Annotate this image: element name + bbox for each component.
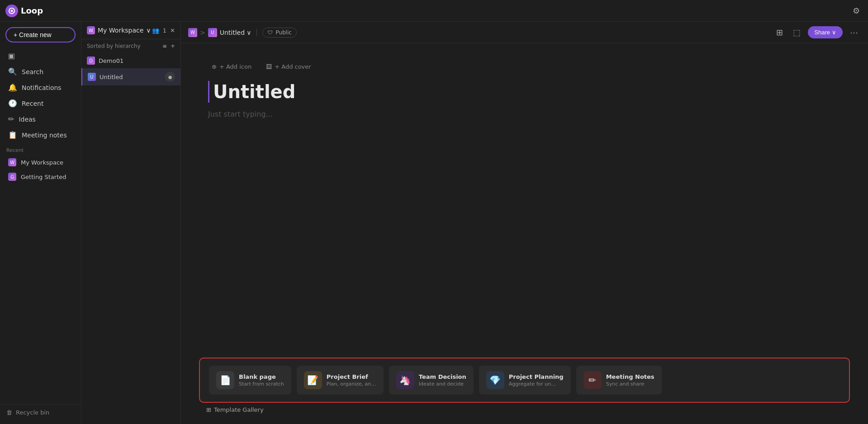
workspace-panel: W My Workspace ∨ 👥 1 ✕ Sorted by hierarc… bbox=[81, 22, 181, 424]
meeting-notes-icon: 📋 bbox=[8, 131, 17, 139]
add-icon-button[interactable]: ⊕ + Add icon bbox=[208, 61, 255, 72]
project-planning-name: Project Planning bbox=[509, 373, 564, 380]
blank-page-icon: 📄 bbox=[216, 371, 234, 389]
add-item-icon[interactable]: + bbox=[171, 43, 175, 49]
main-area: + Create new ▣ 🔍 Search 🔔 Notifications … bbox=[0, 22, 868, 424]
create-new-label: + Create new bbox=[14, 31, 52, 38]
template-card-meeting-notes[interactable]: ✏️ Meeting Notes Sync and share bbox=[576, 366, 662, 395]
team-decision-desc: Ideate and decide bbox=[419, 381, 466, 387]
breadcrumb-chevron: ∨ bbox=[247, 29, 251, 36]
breadcrumb-divider bbox=[256, 29, 257, 36]
untitled-item-icon: U bbox=[88, 73, 96, 81]
editor-placeholder[interactable]: Just start typing... bbox=[208, 110, 841, 118]
editor-actions: ⊕ + Add icon 🖼 + Add cover bbox=[208, 61, 841, 72]
add-icon-plus: ⊕ bbox=[212, 63, 217, 70]
sidebar-recent-getting-started[interactable]: G Getting Started bbox=[2, 170, 79, 184]
demo01-label: Demo01 bbox=[99, 57, 123, 64]
add-icon-label: + Add icon bbox=[219, 63, 251, 70]
settings-button[interactable]: ⚙ bbox=[850, 4, 863, 18]
recent-icon: 🕐 bbox=[8, 99, 17, 108]
template-card-blank[interactable]: 📄 Blank page Start from scratch bbox=[209, 366, 291, 395]
getting-started-icon: G bbox=[8, 173, 16, 181]
sidebar-item-search[interactable]: 🔍 Search bbox=[2, 64, 79, 80]
template-card-team-decision[interactable]: 🦄 Team Decision Ideate and decide bbox=[389, 366, 474, 395]
workspace-item-demo01[interactable]: D Demo01 bbox=[81, 53, 180, 68]
workspace-item-untitled[interactable]: U Untitled ● bbox=[81, 68, 180, 85]
app-logo[interactable]: Loop bbox=[5, 5, 43, 17]
blank-page-desc: Start from scratch bbox=[239, 381, 284, 387]
members-icon[interactable]: 👥 bbox=[152, 27, 159, 34]
template-strip-wrapper: 📄 Blank page Start from scratch 📝 Projec… bbox=[181, 358, 868, 424]
breadcrumb-separator: > bbox=[200, 29, 205, 36]
template-gallery-link[interactable]: ⊞ Template Gallery bbox=[199, 403, 850, 417]
more-options-button[interactable]: ⋯ bbox=[847, 26, 861, 39]
collapse-icon: ▣ bbox=[8, 52, 15, 60]
recent-section-label: Recent bbox=[0, 143, 81, 155]
editor-title[interactable]: Untitled bbox=[208, 81, 841, 103]
workspace-sort-bar: Sorted by hierarchy ≡ + bbox=[81, 39, 180, 53]
top-bar-right: ⚙ bbox=[850, 4, 863, 18]
untitled-item-label: Untitled bbox=[100, 74, 123, 80]
share-chevron: ∨ bbox=[832, 29, 836, 36]
sidebar-item-meeting-notes[interactable]: 📋 Meeting notes bbox=[2, 127, 79, 143]
recycle-bin-label: Recycle bin bbox=[16, 409, 49, 416]
svg-point-1 bbox=[11, 9, 13, 12]
left-sidebar: + Create new ▣ 🔍 Search 🔔 Notifications … bbox=[0, 22, 81, 424]
template-gallery-icon: ⊞ bbox=[206, 406, 211, 413]
ideas-icon: ✏ bbox=[8, 115, 14, 123]
close-panel-icon[interactable]: ✕ bbox=[170, 27, 175, 34]
recycle-bin[interactable]: 🗑 Recycle bin bbox=[0, 404, 81, 420]
sidebar-item-collapse[interactable]: ▣ bbox=[2, 48, 79, 64]
meeting-notes-label: Meeting notes bbox=[22, 132, 67, 139]
add-cover-button[interactable]: 🖼 + Add cover bbox=[262, 61, 314, 72]
recycle-bin-icon: 🗑 bbox=[6, 409, 12, 416]
breadcrumb-workspace-icon: W bbox=[188, 28, 197, 37]
visibility-label: Public bbox=[275, 29, 292, 36]
editor-area: W > U Untitled ∨ 🛡 Public ⊞ ⬚ Share ∨ bbox=[181, 22, 868, 424]
workspace-header: W My Workspace ∨ 👥 1 ✕ bbox=[81, 22, 180, 39]
sidebar-item-ideas[interactable]: ✏ Ideas bbox=[2, 111, 79, 127]
meeting-notes-template-info: Meeting Notes Sync and share bbox=[606, 373, 655, 387]
sidebar-item-notifications[interactable]: 🔔 Notifications bbox=[2, 80, 79, 95]
workspace-header-icon: W bbox=[87, 26, 95, 34]
project-brief-desc: Plan, organize, and t... bbox=[327, 381, 376, 387]
top-bar-left: Loop bbox=[5, 5, 43, 17]
share-button[interactable]: Share ∨ bbox=[808, 26, 843, 38]
team-decision-icon: 🦄 bbox=[396, 371, 414, 389]
template-card-project-planning[interactable]: 💎 Project Planning Aggregate for under..… bbox=[479, 366, 571, 395]
project-brief-name: Project Brief bbox=[327, 373, 376, 380]
visibility-icon: 🛡 bbox=[267, 29, 273, 36]
sort-label: Sorted by hierarchy bbox=[87, 43, 141, 49]
workspace-title-button[interactable]: W My Workspace ∨ bbox=[87, 26, 151, 34]
breadcrumb-current[interactable]: Untitled ∨ bbox=[220, 29, 251, 36]
editor-top-right: ⊞ ⬚ Share ∨ ⋯ bbox=[773, 26, 861, 39]
notifications-icon: 🔔 bbox=[8, 83, 17, 92]
member-count: 1 bbox=[163, 27, 166, 34]
share-label: Share bbox=[814, 29, 830, 36]
sidebar-item-recent[interactable]: 🕐 Recent bbox=[2, 95, 79, 111]
sort-icon[interactable]: ≡ bbox=[162, 43, 167, 49]
template-gallery-label: Template Gallery bbox=[214, 406, 264, 413]
getting-started-label: Getting Started bbox=[21, 174, 66, 180]
editor-top-bar: W > U Untitled ∨ 🛡 Public ⊞ ⬚ Share ∨ bbox=[181, 22, 868, 43]
demo01-icon: D bbox=[87, 57, 95, 65]
project-brief-info: Project Brief Plan, organize, and t... bbox=[327, 373, 376, 387]
meeting-notes-template-name: Meeting Notes bbox=[606, 373, 655, 380]
untitled-item-dot: ● bbox=[165, 72, 175, 82]
my-workspace-icon: W bbox=[8, 158, 16, 166]
project-planning-icon: 💎 bbox=[486, 371, 504, 389]
search-icon: 🔍 bbox=[8, 67, 17, 76]
component-button[interactable]: ⊞ bbox=[773, 26, 786, 39]
presentation-button[interactable]: ⬚ bbox=[790, 26, 803, 39]
create-new-button[interactable]: + Create new bbox=[5, 27, 76, 42]
visibility-pill[interactable]: 🛡 Public bbox=[262, 28, 297, 38]
recent-label: Recent bbox=[22, 100, 43, 107]
search-label: Search bbox=[22, 68, 43, 75]
sidebar-recent-my-workspace[interactable]: W My Workspace bbox=[2, 155, 79, 170]
blank-page-info: Blank page Start from scratch bbox=[239, 373, 284, 387]
editor-content: ⊕ + Add icon 🖼 + Add cover Untitled Just… bbox=[181, 43, 868, 358]
app-name: Loop bbox=[21, 6, 43, 15]
template-card-project-brief[interactable]: 📝 Project Brief Plan, organize, and t... bbox=[297, 366, 384, 395]
team-decision-info: Team Decision Ideate and decide bbox=[419, 373, 466, 387]
project-planning-desc: Aggregate for under... bbox=[509, 381, 559, 387]
